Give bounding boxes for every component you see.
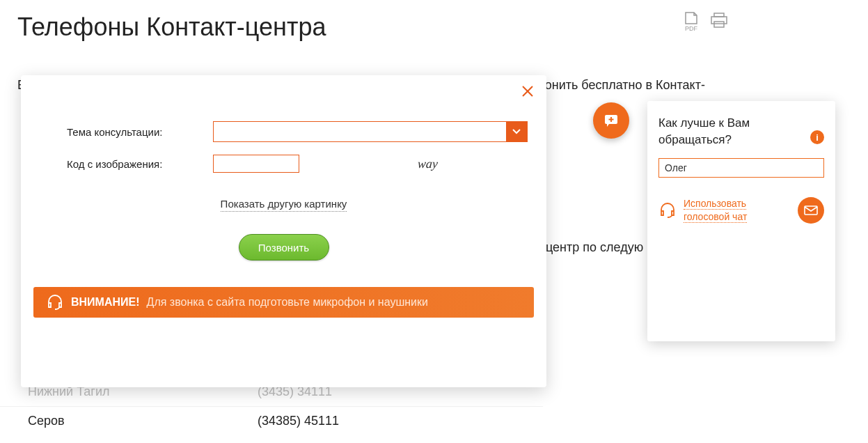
pdf-icon [683,11,700,25]
warning-label: ВНИМАНИЕ! [71,296,140,309]
background-text-fragment: -центр по следую [542,240,643,255]
mail-icon [804,205,818,215]
topic-dropdown-button[interactable] [506,122,527,141]
refresh-captcha-link[interactable]: Показать другую картинку [221,196,347,212]
city-cell: Серов [28,414,258,428]
page-title: Телефоны Контакт-центра [17,13,868,42]
voice-chat-text: Использоватьголосовой чат [684,197,747,224]
topic-row: Тема консультации: [33,121,534,142]
warning-bar: ВНИМАНИЕ! Для звонка с сайта подготовьте… [33,287,534,318]
headset-icon [46,293,64,311]
voice-chat-link[interactable]: Использоватьголосовой чат [658,197,747,224]
captcha-input[interactable] [213,155,299,173]
captcha-image: way [417,157,439,171]
phone-cell: (34385) 45111 [258,414,339,428]
warning-text: Для звонка с сайта подготовьте микрофон … [147,296,428,309]
print-icon [709,12,729,29]
chat-title: Как лучше к Вам обращаться? [658,115,810,148]
topic-label: Тема консультации: [67,126,213,138]
chat-plus-icon [603,113,619,128]
pdf-label: PDF [685,25,697,32]
topic-select[interactable] [213,121,528,142]
close-icon [521,85,534,98]
header-actions: PDF [683,11,729,32]
print-button[interactable] [709,12,729,31]
table-row: Серов (34385) 45111 [0,407,543,435]
chat-info-button[interactable]: i [810,130,824,144]
chat-name-input[interactable] [658,158,824,178]
chat-fab[interactable] [593,102,629,139]
chat-panel: Как лучше к Вам обращаться? i Использова… [647,101,835,341]
topic-input[interactable] [214,122,506,141]
close-button[interactable] [521,85,534,100]
svg-rect-8 [805,206,817,215]
mail-button[interactable] [798,197,824,224]
call-button[interactable]: Позвонить [239,234,329,261]
chat-header: Как лучше к Вам обращаться? i [658,115,824,148]
captcha-label: Код с изображения: [67,158,213,170]
svg-rect-2 [714,22,724,27]
chevron-down-icon [512,129,521,134]
call-modal: Тема консультации: Код с изображения: wa… [21,75,546,387]
pdf-button[interactable]: PDF [683,11,700,32]
chat-actions: Использоватьголосовой чат [658,197,824,224]
headset-icon [658,201,677,219]
captcha-row: Код с изображения: way [33,155,534,173]
